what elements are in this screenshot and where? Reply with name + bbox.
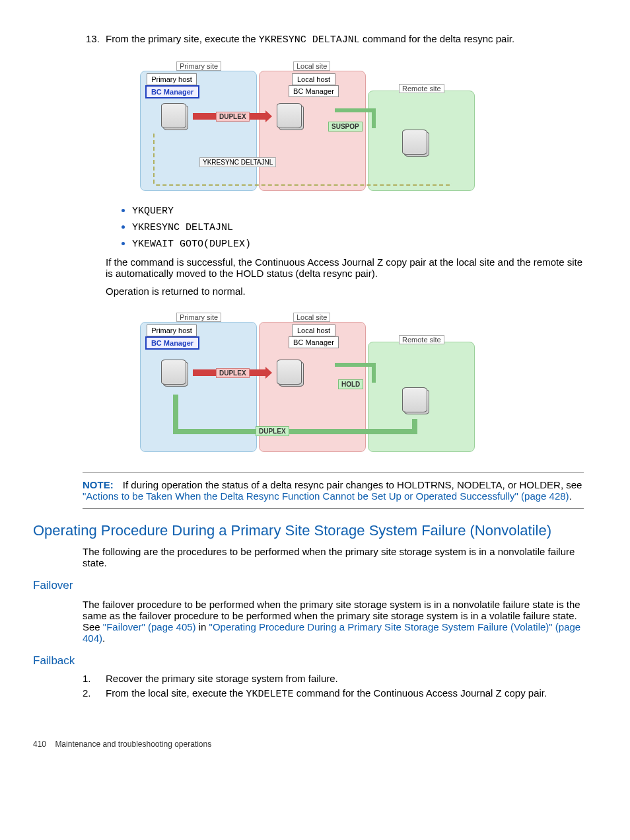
note-block: NOTE: If during operation the status of … [83,472,584,509]
step-number: 1. [83,673,106,684]
local-site-label: Local site [293,61,330,71]
duplex-status: DUPLEX [216,112,250,122]
step-number: 2. [83,687,106,700]
local-host-label: Local host [292,325,335,336]
duplex2-line-icon [173,429,417,434]
primary-host-label: Primary host [147,73,197,85]
primary-host-label: Primary host [147,325,197,336]
list-item: YKQUERY [132,204,584,217]
ykresync-cmd-label: YKRESYNC DELTAJNL [199,157,276,167]
primary-site-label: Primary site [176,61,221,71]
list-item: 1. Recover the primary site storage syst… [83,673,584,684]
hold-line-v-icon [372,363,376,383]
duplex2-status: DUPLEX [256,426,289,436]
failback-list: 1. Recover the primary site storage syst… [83,673,584,700]
step-text: Recover the primary site storage system … [106,673,338,684]
note-link[interactable]: "Actions to be Taken When the Delta Resy… [83,490,569,502]
list-item: YKEWAIT GOTO(DUPLEX) [132,237,584,250]
remote-site-label: Remote site [399,84,444,93]
cmd-text: YKRESYNC DELTAJNL [259,34,360,46]
cylinder-icon [163,105,188,130]
text: . [102,632,105,644]
dashed-path-icon [153,132,452,186]
failover-link-1[interactable]: "Failover" (page 405) [103,621,196,632]
note-text: If during operation the status of a delt… [123,479,582,490]
bc-manager-primary: BC Manager [145,85,199,98]
hold-line-h-icon [335,363,376,367]
page-number: 410 [33,740,46,749]
command-list: YKQUERY YKRESYNC DELTAJNL YKEWAIT GOTO(D… [119,204,584,250]
hold-status: HOLD [338,379,363,389]
diagram-2: Primary site Local site Remote site Prim… [33,310,584,452]
heading-nonvolatile: Operating Procedure During a Primary Sit… [33,522,584,539]
bc-manager-local: BC Manager [289,85,339,97]
step-text: From the local site, execute the YKDELET… [106,687,547,700]
step-text: From the primary site, execute the YKRES… [106,33,584,46]
remote-site-label: Remote site [399,335,444,344]
cmd-text: YKEWAIT GOTO(DUPLEX) [132,239,251,250]
text: command for the Continuous Access Journa… [294,687,547,699]
local-site-label: Local site [293,313,330,322]
page-footer: 410 Maintenance and troubleshooting oper… [33,740,584,749]
cmd-text: YKRESYNC DELTAJNL [132,222,233,233]
suspop-line-h-icon [335,108,376,112]
bc-manager-primary: BC Manager [145,336,199,350]
text: command for the delta resync pair. [360,33,514,44]
local-host-label: Local host [292,73,335,85]
paragraph: If the command is successful, the Contin… [106,256,584,279]
primary-site-label: Primary site [176,313,221,322]
heading-failover: Failover [33,579,584,592]
step-13: 13. From the primary site, execute the Y… [86,33,584,46]
note-text: . [569,490,572,502]
step-number: 13. [86,33,106,46]
cylinder-icon [163,362,188,387]
cylinder-icon [279,362,304,387]
duplex-status: DUPLEX [216,368,250,378]
suspop-status: SUSPOP [328,122,363,132]
diagram-1: Primary site Local site Remote site Prim… [33,59,584,191]
cylinder-icon [404,389,429,414]
suspop-line-v-icon [372,108,376,128]
cylinder-icon [279,105,304,130]
footer-title: Maintenance and troubleshooting operatio… [55,740,211,749]
note-label: NOTE: [83,479,114,490]
cmd-text: YKQUERY [132,206,174,217]
duplex2-line-icon [412,419,417,434]
text: From the local site, execute the [106,687,246,699]
heading-failback: Failback [33,654,584,668]
paragraph: The following are the procedures to be p… [83,546,584,568]
cmd-text: YKDELETE [246,689,294,700]
list-item: YKRESYNC DELTAJNL [132,221,584,233]
duplex2-line-icon [173,395,178,434]
page-content: 13. From the primary site, execute the Y… [0,0,630,769]
paragraph: Operation is returned to normal. [106,286,584,297]
failover-paragraph: The failover procedure to be performed w… [83,599,584,644]
list-item: 2. From the local site, execute the YKDE… [83,687,584,700]
text: From the primary site, execute the [106,33,259,44]
bc-manager-local: BC Manager [289,336,339,348]
text: in [196,621,209,632]
